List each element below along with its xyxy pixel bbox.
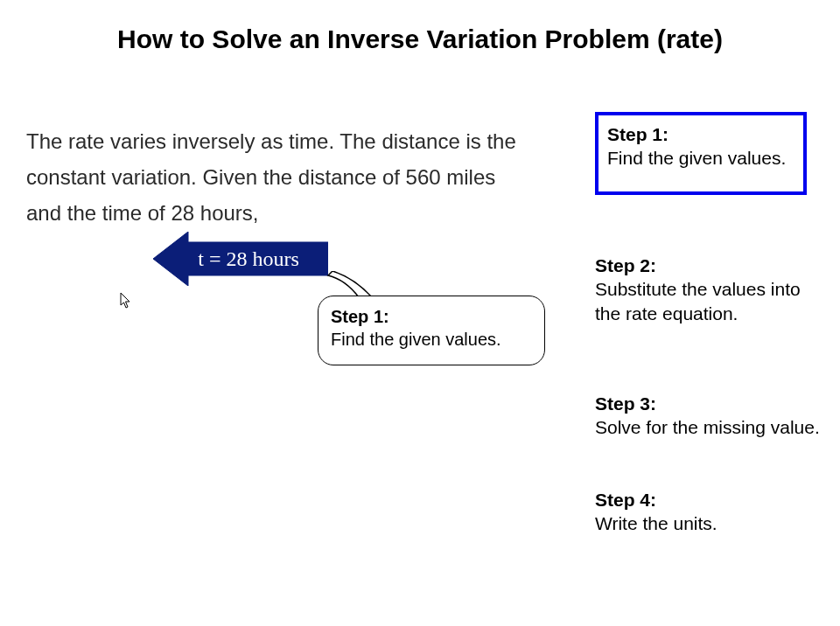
step-1-box: Step 1: Find the given values.: [595, 112, 807, 195]
callout-arrow: t = 28 hours: [153, 232, 328, 286]
page-title: How to Solve an Inverse Variation Proble…: [0, 24, 840, 54]
step-3-heading: Step 3:: [595, 393, 656, 414]
step-3-box: Step 3: Solve for the missing value.: [595, 392, 822, 440]
step-2-heading: Step 2:: [595, 255, 656, 275]
bubble-body: Find the given values.: [331, 330, 501, 349]
step-4-box: Step 4: Write the units.: [595, 488, 822, 536]
step-4-heading: Step 4:: [595, 490, 656, 510]
speech-bubble: Step 1: Find the given values.: [318, 296, 545, 365]
step-3-body: Solve for the missing value.: [595, 417, 820, 437]
step-4-body: Write the units.: [595, 513, 718, 533]
arrow-label: t = 28 hours: [153, 232, 328, 286]
bubble-heading: Step 1:: [331, 307, 389, 326]
step-1-body: Find the given values.: [607, 148, 786, 168]
mouse-cursor-icon: [120, 292, 134, 310]
problem-statement: The rate varies inversely as time. The d…: [26, 124, 516, 231]
step-2-body: Substitute the values into the rate equa…: [595, 279, 801, 323]
step-1-heading: Step 1:: [607, 124, 668, 144]
step-2-box: Step 2: Substitute the values into the r…: [595, 254, 822, 325]
